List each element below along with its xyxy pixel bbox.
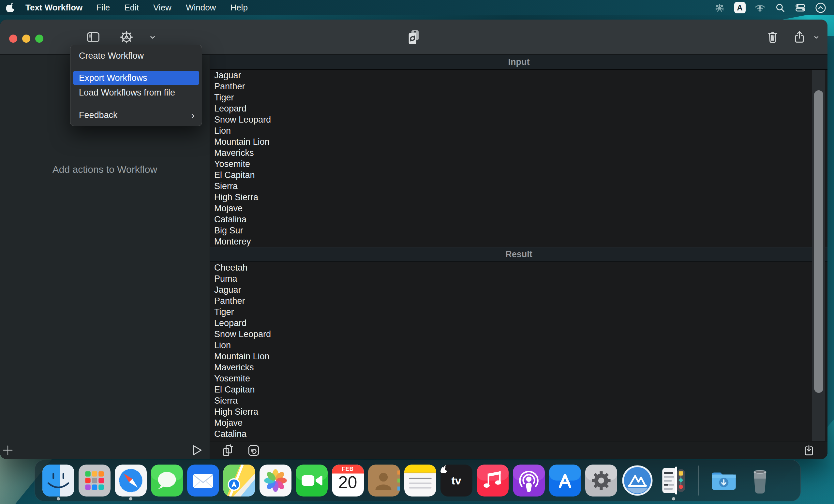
delete-button[interactable] bbox=[764, 20, 782, 55]
running-indicator bbox=[672, 497, 675, 500]
list-item: Yosemite bbox=[210, 158, 828, 170]
list-item: Sierra bbox=[210, 395, 828, 406]
dock-item-facetime[interactable] bbox=[293, 460, 330, 501]
dock-item-maps[interactable] bbox=[221, 460, 257, 501]
list-item: El Capitan bbox=[210, 170, 828, 181]
copy-icon bbox=[221, 444, 235, 457]
result-section-header: Result bbox=[210, 247, 828, 262]
running-indicator bbox=[129, 497, 132, 500]
list-item: Leopard bbox=[210, 103, 828, 114]
appcleaner-icon bbox=[621, 464, 653, 497]
apple-icon bbox=[5, 3, 15, 13]
play-icon bbox=[190, 443, 204, 457]
menu-item[interactable]: Feedback › bbox=[70, 108, 202, 123]
close-button[interactable] bbox=[9, 35, 17, 43]
facetime-icon bbox=[296, 464, 328, 497]
scrollbar-thumb[interactable] bbox=[814, 90, 823, 393]
finder-icon bbox=[42, 464, 74, 497]
list-item: Mavericks bbox=[210, 362, 828, 373]
gear-icon bbox=[119, 29, 134, 45]
list-item: Tiger bbox=[210, 92, 828, 103]
run-workflow-button[interactable] bbox=[190, 443, 204, 457]
menu-item[interactable]: Export Workflows › bbox=[73, 71, 199, 85]
dock-item-textworkflow[interactable] bbox=[655, 460, 692, 501]
dock-item-finder[interactable] bbox=[40, 460, 76, 501]
dock: FEB 20 tv bbox=[35, 460, 801, 501]
dock-item-contacts[interactable] bbox=[366, 460, 402, 501]
list-item: Jaguar bbox=[210, 284, 828, 295]
workflow-placeholder: Add actions to Workflow bbox=[0, 164, 210, 175]
dock-item-settings[interactable] bbox=[583, 460, 619, 501]
dock-item-calendar[interactable]: FEB 20 bbox=[330, 460, 366, 501]
menu-bar-item[interactable]: Help bbox=[223, 3, 255, 13]
dock-item-podcasts[interactable] bbox=[510, 460, 547, 501]
dock-item-mail[interactable] bbox=[185, 460, 221, 501]
podcasts-icon bbox=[513, 464, 545, 497]
control-center-icon[interactable] bbox=[794, 2, 807, 14]
menu-item[interactable]: Create Workflow › bbox=[70, 48, 202, 63]
scrollbar-track[interactable] bbox=[812, 70, 825, 441]
share-chevron-icon[interactable] bbox=[810, 20, 823, 55]
active-app-name[interactable]: Text Workflow bbox=[25, 3, 83, 13]
copy-result-button[interactable] bbox=[221, 444, 235, 457]
spotlight-icon[interactable] bbox=[774, 2, 786, 14]
dock-item-downloads[interactable] bbox=[705, 460, 742, 501]
input-source-indicator[interactable]: A bbox=[733, 2, 746, 14]
rerun-button[interactable] bbox=[247, 444, 261, 457]
menu-item[interactable] bbox=[75, 67, 197, 67]
list-item: Panther bbox=[210, 295, 828, 306]
dock-item-appletv[interactable]: tv bbox=[438, 460, 475, 501]
dock-item-safari[interactable] bbox=[112, 460, 149, 501]
input-source-label: A bbox=[734, 2, 746, 13]
list-item: Panther bbox=[210, 81, 828, 92]
io-panel: Input JaguarPantherTigerLeopardSnow Leop… bbox=[210, 55, 828, 459]
input-list[interactable]: JaguarPantherTigerLeopardSnow LeopardLio… bbox=[210, 70, 828, 247]
dock-item-music[interactable] bbox=[475, 460, 510, 501]
menu-bar-item[interactable]: File bbox=[89, 3, 117, 13]
dock-item-trash[interactable] bbox=[742, 460, 778, 501]
menu-item-label: Export Workflows bbox=[79, 73, 147, 83]
save-result-button[interactable] bbox=[802, 444, 816, 457]
dock-item-launchpad[interactable] bbox=[76, 460, 112, 501]
list-item: Cheetah bbox=[210, 262, 828, 273]
safari-icon bbox=[115, 464, 147, 497]
bartender-icon[interactable] bbox=[814, 2, 827, 14]
minimize-button[interactable] bbox=[22, 35, 30, 43]
zoom-button[interactable] bbox=[35, 35, 43, 43]
apple-menu[interactable] bbox=[0, 3, 21, 13]
menu-item[interactable]: Load Workflows from file › bbox=[70, 85, 202, 100]
list-item: High Sierra bbox=[210, 192, 828, 203]
trash-icon bbox=[765, 30, 780, 45]
dock-item-photos[interactable] bbox=[257, 460, 293, 501]
dock-item-messages[interactable] bbox=[149, 460, 185, 501]
trash-bin-icon bbox=[744, 464, 776, 497]
textworkflow-icon bbox=[658, 464, 689, 497]
result-list[interactable]: CheetahPumaJaguarPantherTigerLeopardSnow… bbox=[210, 262, 828, 441]
menu-bar-item[interactable]: Edit bbox=[117, 3, 146, 13]
dock-separator bbox=[698, 465, 699, 496]
dock-item-appstore[interactable] bbox=[547, 460, 583, 501]
list-item: El Capitan bbox=[210, 384, 828, 395]
list-item: Snow Leopard bbox=[210, 114, 828, 125]
list-item: Snow Leopard bbox=[210, 329, 828, 340]
wifi-alert-icon[interactable] bbox=[754, 2, 766, 14]
add-action-button[interactable] bbox=[1, 444, 14, 457]
list-item: Puma bbox=[210, 273, 828, 284]
maps-icon bbox=[223, 464, 255, 497]
dock-item-notes[interactable] bbox=[402, 460, 438, 501]
menu-bar-item[interactable]: Window bbox=[179, 3, 223, 13]
messages-icon bbox=[151, 464, 183, 497]
settings-icon bbox=[585, 464, 617, 497]
menu-item[interactable] bbox=[75, 104, 197, 104]
drweb-icon[interactable] bbox=[714, 2, 726, 14]
list-item: Tiger bbox=[210, 306, 828, 317]
share-button[interactable] bbox=[790, 20, 809, 55]
list-item: Mountain Lion bbox=[210, 136, 828, 147]
result-title: Result bbox=[505, 249, 532, 260]
dock-item-appcleaner[interactable] bbox=[619, 460, 655, 501]
menu-bar-item[interactable]: View bbox=[146, 3, 179, 13]
list-item: Mojave bbox=[210, 417, 828, 429]
gear-dropdown-menu: Create Workflow › Export Workflows › Loa… bbox=[70, 45, 202, 126]
appletv-icon: tv bbox=[440, 464, 473, 497]
launchpad-icon bbox=[79, 464, 111, 497]
